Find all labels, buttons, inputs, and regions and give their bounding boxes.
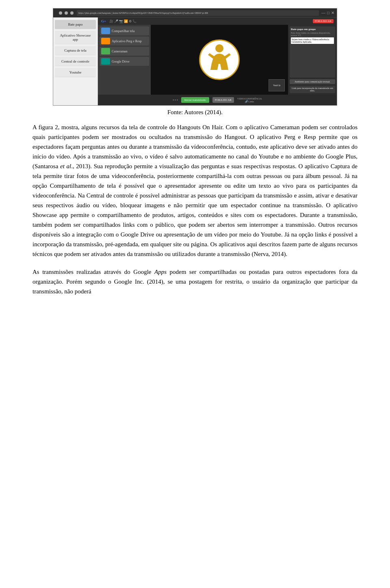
text-env-label: Ambiente para comunicação textual. [295, 80, 330, 83]
screenshot-container: https://plus.google.com/hangouts/_home/A… [32, 8, 358, 106]
main-paragraph: A figura 2, mostra, alguns recursos da t… [32, 122, 358, 259]
app-label-cameraman: Cameraman [112, 50, 128, 53]
app-compartilhar[interactable]: Compartilhar tela [100, 26, 149, 35]
app-icon-cameraman [101, 48, 110, 54]
browser-dot-3 [70, 11, 74, 15]
close-icon: ✕ [331, 11, 334, 15]
app-label-drive: Google Drive [112, 60, 130, 63]
figure-caption: Fonte: Autores (2014). [32, 109, 358, 116]
sidebar-label-bate-papo: Bate papo [68, 22, 82, 26]
svg-point-0 [215, 44, 223, 52]
toolbar-icons: 🎥 🎤 📷 📶 ⚙ 📞 [109, 20, 136, 23]
app-perg-resp[interactable]: Aplicativo Perg e Resp [100, 37, 149, 46]
left-sidebar: Bate papo Aplicativo Showcase app Captur… [53, 17, 98, 105]
url-text: https://plus.google.com/hangouts/_home/A… [78, 12, 208, 14]
sidebar-label-youtube: Youtube [69, 70, 81, 74]
videoconf-label: VIDEOCONFERÊNCIA 🔗 Links [237, 98, 262, 103]
video-area: Você lá [151, 25, 288, 95]
bottom-bar: • • • Iniciar transmissão FORA DO AR VID… [98, 95, 337, 105]
maximize-icon: □ [327, 11, 329, 15]
app-label-perg: Aplicativo Perg e Resp [112, 39, 142, 43]
videoconf-text: VIDEOCONFERÊNCIA [237, 98, 262, 100]
browser-dot-2 [65, 11, 68, 15]
right-panel: Bate-papo em grupo Para listar todos os … [288, 25, 337, 95]
fora-do-ar-badge: FORA DO AR [313, 19, 334, 23]
voce-label: Você lá [273, 84, 280, 87]
app-icon-drive [101, 58, 110, 65]
sidebar-showcase[interactable]: Aplicativo Showcase app [55, 31, 96, 44]
browser-dot-1 [59, 11, 62, 15]
browser-topbar: https://plus.google.com/hangouts/_home/A… [53, 9, 337, 17]
sidebar-label-showcase: Aplicativo Showcase app [60, 33, 91, 41]
chat-title: Bate-papo em grupo [291, 28, 334, 31]
caption-text: Fonte: Autores (2014). [167, 109, 223, 115]
sidebar-label-central: Central de controle [61, 59, 89, 63]
sidebar-youtube[interactable]: Youtube [55, 68, 96, 77]
link-box: Link para incorporação da transmissão em… [290, 86, 335, 93]
text-env-box: Ambiente para comunicação textual. [290, 79, 335, 84]
app-label-compartilhar: Compartilhar tela [112, 29, 134, 33]
url-bar: https://plus.google.com/hangouts/_home/A… [77, 10, 319, 16]
app-google-drive[interactable]: Google Drive [100, 57, 149, 66]
chat-message: Sejam bem vindos a Videoconferência Geom… [291, 37, 334, 44]
sidebar-captura[interactable]: Captura de tela [55, 46, 96, 55]
google-plus-logo: G+ [101, 19, 106, 23]
app-icon-perg [101, 38, 110, 44]
chat-info: Para listar todos os contatos disponívei… [291, 32, 334, 37]
chat-box: Bate-papo em grupo Para listar todos os … [290, 26, 335, 78]
app-cameraman[interactable]: Cameraman [100, 47, 149, 56]
logo-figure-svg [207, 43, 232, 76]
sidebar-bate-papo[interactable]: Bate papo [55, 20, 96, 29]
link-label: Link para incorporação da transmissão em… [292, 87, 333, 92]
hangouts-toolbar: G+ 🎥 🎤 📷 📶 ⚙ 📞 FORA DO AR [98, 17, 337, 25]
browser-controls [56, 11, 77, 15]
fora-do-ar-button[interactable]: FORA DO AR [212, 97, 234, 103]
apps-panel: Compartilhar tela Aplicativo Perg e Resp… [98, 25, 151, 95]
minimize-icon: — [321, 11, 325, 15]
link-icon: 🔗 Links [245, 100, 254, 103]
dots-icon: • • • [173, 98, 178, 102]
screenshot-image: https://plus.google.com/hangouts/_home/A… [53, 8, 337, 106]
second-paragraph: As transmissões realizadas através do Go… [32, 267, 358, 296]
sidebar-label-captura: Captura de tela [64, 48, 86, 52]
start-transmission-button[interactable]: Iniciar transmissão [181, 97, 209, 103]
sidebar-central[interactable]: Central de controle [55, 57, 96, 66]
hangouts-logo [199, 39, 240, 80]
browser-actions: — □ ✕ [321, 11, 334, 15]
self-view: Você lá [269, 79, 285, 91]
app-icon-compartilhar [101, 28, 110, 34]
